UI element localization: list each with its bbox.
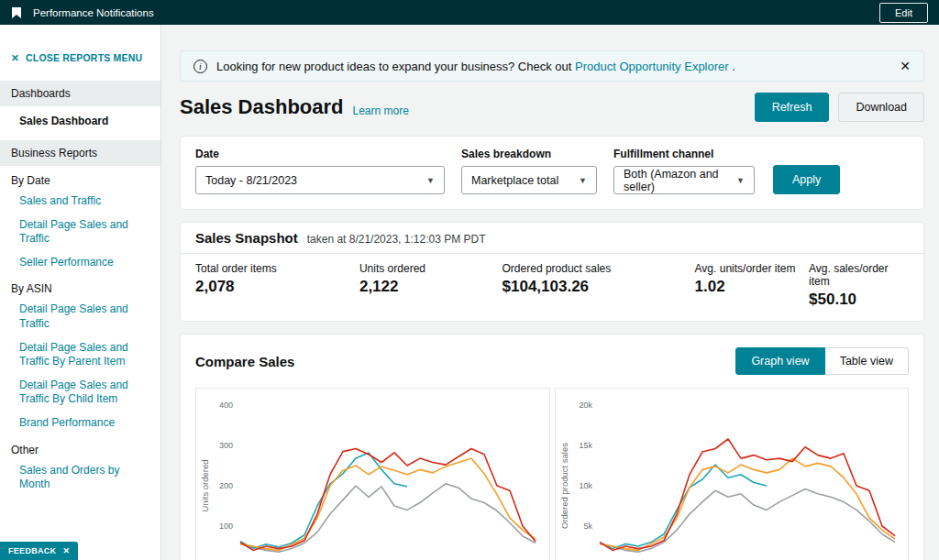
compare-sales-header: Compare Sales Graph view Table view <box>195 347 909 375</box>
sidebar-subheader-by-date: By Date <box>0 166 160 190</box>
date-filter-label: Date <box>195 148 445 160</box>
page-title: Sales Dashboard <box>180 95 344 119</box>
close-icon: ✕ <box>11 52 19 63</box>
info-icon: i <box>193 60 207 73</box>
stat-ordered-product-sales: Ordered product sales $104,103.26 <box>503 262 695 309</box>
apply-button[interactable]: Apply <box>773 165 840 194</box>
sidebar-item-brand-performance[interactable]: Brand Performance <box>0 412 160 435</box>
reports-sidebar: ✕ CLOSE REPORTS MENU Dashboards Sales Da… <box>0 25 161 560</box>
stat-total-order-items: Total order items 2,078 <box>195 262 359 309</box>
bookmark-icon <box>11 6 22 19</box>
sidebar-item-detail-page-child-item[interactable]: Detail Page Sales and Traffic By Child I… <box>0 374 160 412</box>
sales-breakdown-value: Marketplace total <box>471 174 558 187</box>
info-banner: i Looking for new product ideas to expan… <box>180 50 924 82</box>
topbar-title: Performance Notifications <box>33 7 154 18</box>
sales-snapshot-card: Sales Snapshot taken at 8/21/2023, 1:12:… <box>180 222 924 322</box>
feedback-label: FEEDBACK <box>8 546 56 555</box>
sidebar-item-detail-page-sales-traffic-asin[interactable]: Detail Page Sales and Traffic <box>0 298 160 335</box>
stat-avg-sales-per-order: Avg. sales/order item $50.10 <box>809 262 909 309</box>
stat-avg-units-per-order: Avg. units/order item 1.02 <box>695 262 809 309</box>
filter-card: Date Today - 8/21/2023 ▼ Sales breakdown… <box>180 136 924 210</box>
sidebar-item-detail-page-parent-item[interactable]: Detail Page Sales and Traffic By Parent … <box>0 336 160 374</box>
date-filter-group: Date Today - 8/21/2023 ▼ <box>195 148 445 194</box>
sales-snapshot-timestamp: taken at 8/21/2023, 1:12:03 PM PDT <box>307 233 486 246</box>
svg-text:20k: 20k <box>579 401 592 410</box>
ordered-product-sales-chart: 05k10k15k20k12AM2AM4AM6AM8AM10AM12PM2PM4… <box>555 388 910 560</box>
banner-close-icon[interactable]: ✕ <box>900 59 911 73</box>
fulfillment-channel-value: Both (Amazon and seller) <box>624 168 727 193</box>
sidebar-subheader-by-asin: By ASIN <box>0 274 160 298</box>
sidebar-section-business-reports: Business Reports <box>0 140 160 166</box>
refresh-button[interactable]: Refresh <box>755 93 830 122</box>
chevron-down-icon: ▼ <box>736 176 745 185</box>
table-view-button[interactable]: Table view <box>825 347 909 375</box>
charts-row: 010020030040012AM2AM4AM6AM8AM10AM12PM2PM… <box>195 388 909 560</box>
download-button[interactable]: Download <box>838 93 924 122</box>
units-ordered-chart: 010020030040012AM2AM4AM6AM8AM10AM12PM2PM… <box>195 388 550 560</box>
svg-text:15k: 15k <box>579 441 592 450</box>
stat-units-ordered: Units ordered 2,122 <box>359 262 503 309</box>
compare-sales-title: Compare Sales <box>195 354 294 369</box>
title-row: Sales Dashboard Learn more Refresh Downl… <box>180 93 924 122</box>
view-toggle: Graph view Table view <box>735 347 909 375</box>
edit-button[interactable]: Edit <box>879 3 928 23</box>
sales-snapshot-title: Sales Snapshot <box>195 230 298 246</box>
close-reports-menu[interactable]: ✕ CLOSE REPORTS MENU <box>0 52 160 76</box>
breakdown-filter-group: Sales breakdown Marketplace total ▼ <box>461 148 597 194</box>
sidebar-subheader-other: Other <box>0 435 160 459</box>
sidebar-item-sales-orders-by-month[interactable]: Sales and Orders by Month <box>0 459 160 497</box>
chevron-down-icon: ▼ <box>426 176 435 185</box>
close-reports-menu-label: CLOSE REPORTS MENU <box>26 52 142 63</box>
svg-text:100: 100 <box>219 522 233 531</box>
snapshot-stats-row: Total order items 2,078 Units ordered 2,… <box>181 254 923 321</box>
sales-breakdown-select[interactable]: Marketplace total ▼ <box>461 166 597 194</box>
date-select[interactable]: Today - 8/21/2023 ▼ <box>195 166 445 194</box>
close-icon: ✕ <box>62 546 70 555</box>
date-select-value: Today - 8/21/2023 <box>205 174 297 187</box>
chevron-down-icon: ▼ <box>579 176 587 185</box>
graph-view-button[interactable]: Graph view <box>735 347 824 375</box>
top-bar: Performance Notifications Edit <box>0 0 939 25</box>
sidebar-item-sales-and-traffic[interactable]: Sales and Traffic <box>0 190 160 214</box>
svg-text:Ordered product sales: Ordered product sales <box>559 443 569 529</box>
sidebar-item-sales-dashboard[interactable]: Sales Dashboard <box>0 106 160 136</box>
svg-text:200: 200 <box>219 481 233 490</box>
svg-text:300: 300 <box>219 441 233 450</box>
feedback-button[interactable]: FEEDBACK ✕ <box>0 542 78 560</box>
product-opportunity-explorer-link[interactable]: Product Opportunity Explorer <box>575 60 729 73</box>
sidebar-item-seller-performance[interactable]: Seller Performance <box>0 251 160 275</box>
sidebar-item-detail-page-sales-traffic[interactable]: Detail Page Sales and Traffic <box>0 214 160 251</box>
banner-text: Looking for new product ideas to expand … <box>216 60 735 73</box>
learn-more-link[interactable]: Learn more <box>353 104 409 117</box>
sidebar-section-dashboards: Dashboards <box>0 81 160 106</box>
breakdown-filter-label: Sales breakdown <box>461 148 597 160</box>
svg-text:Units ordered: Units ordered <box>200 459 210 511</box>
svg-text:10k: 10k <box>579 481 592 490</box>
sales-snapshot-header: Sales Snapshot taken at 8/21/2023, 1:12:… <box>181 223 923 254</box>
channel-filter-group: Fulfillment channel Both (Amazon and sel… <box>613 148 755 194</box>
compare-sales-card: Compare Sales Graph view Table view 0100… <box>180 334 924 560</box>
svg-text:5k: 5k <box>583 522 592 531</box>
channel-filter-label: Fulfillment channel <box>613 148 755 160</box>
svg-text:400: 400 <box>219 401 233 410</box>
main-content: i Looking for new product ideas to expan… <box>161 25 939 560</box>
fulfillment-channel-select[interactable]: Both (Amazon and seller) ▼ <box>613 166 755 194</box>
